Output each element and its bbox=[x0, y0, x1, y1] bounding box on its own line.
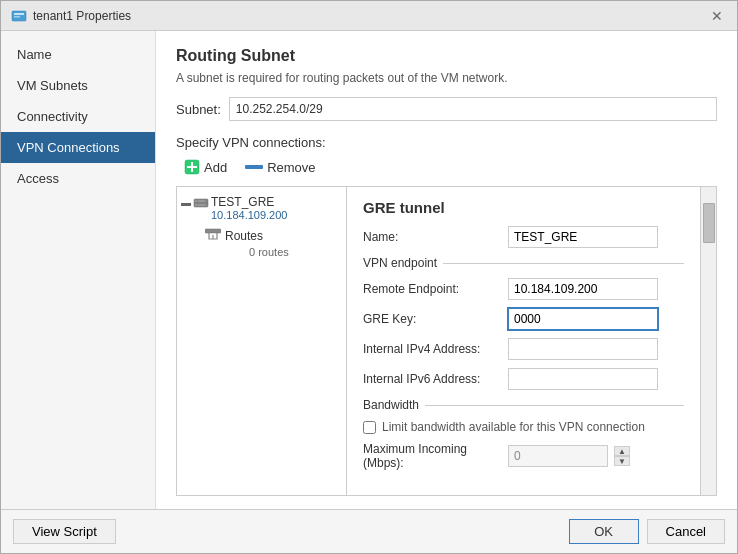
sidebar: Name VM Subnets Connectivity VPN Connect… bbox=[1, 31, 156, 509]
add-icon bbox=[184, 159, 200, 175]
view-script-button[interactable]: View Script bbox=[13, 519, 116, 544]
svg-point-9 bbox=[195, 200, 197, 202]
tree-node-info: TEST_GRE 10.184.109.200 bbox=[211, 195, 287, 221]
ok-button[interactable]: OK bbox=[569, 519, 639, 544]
section-title: Routing Subnet bbox=[176, 47, 717, 65]
remote-endpoint-label: Remote Endpoint: bbox=[363, 282, 508, 296]
gre-key-input[interactable] bbox=[508, 308, 658, 330]
remove-button[interactable]: Remove bbox=[237, 157, 323, 178]
internal-ipv4-row: Internal IPv4 Address: bbox=[363, 338, 684, 360]
name-row: Name: bbox=[363, 226, 684, 248]
svg-rect-5 bbox=[187, 166, 197, 168]
close-button[interactable]: ✕ bbox=[707, 6, 727, 26]
spinner-row: ▲ ▼ bbox=[508, 445, 630, 467]
spinner-up-button[interactable]: ▲ bbox=[614, 446, 630, 456]
content-area: Name VM Subnets Connectivity VPN Connect… bbox=[1, 31, 737, 509]
limit-bandwidth-checkbox[interactable] bbox=[363, 421, 376, 434]
max-incoming-row: Maximum Incoming (Mbps): ▲ ▼ bbox=[363, 442, 684, 470]
gre-key-row: GRE Key: bbox=[363, 308, 684, 330]
sidebar-item-access[interactable]: Access bbox=[1, 163, 155, 194]
tree-node-main: ▬ TEST_GRE bbox=[177, 191, 346, 225]
server-icon bbox=[193, 195, 209, 211]
routes-icon bbox=[205, 227, 221, 244]
name-label: Name: bbox=[363, 230, 508, 244]
bandwidth-label: Bandwidth bbox=[363, 398, 684, 412]
tree-panel: ▬ TEST_GRE bbox=[177, 187, 347, 495]
svg-rect-13 bbox=[205, 229, 221, 233]
svg-rect-11 bbox=[198, 201, 205, 202]
spinner-buttons: ▲ ▼ bbox=[614, 446, 630, 466]
max-incoming-input[interactable] bbox=[508, 445, 608, 467]
tree-node-ip: 10.184.109.200 bbox=[211, 209, 287, 221]
add-button[interactable]: Add bbox=[176, 156, 235, 178]
title-bar-left: tenant1 Properties bbox=[11, 8, 131, 24]
detail-panel: GRE tunnel Name: VPN endpoint Remote End… bbox=[347, 187, 700, 495]
title-bar: tenant1 Properties ✕ bbox=[1, 1, 737, 31]
remove-icon bbox=[245, 162, 263, 172]
internal-ipv6-label: Internal IPv6 Address: bbox=[363, 372, 508, 386]
collapse-button[interactable]: ▬ bbox=[181, 195, 191, 208]
remove-label: Remove bbox=[267, 160, 315, 175]
tree-child: Routes 0 routes bbox=[177, 225, 346, 258]
limit-bandwidth-label: Limit bandwidth available for this VPN c… bbox=[382, 420, 645, 434]
vpn-endpoint-label: VPN endpoint bbox=[363, 256, 684, 270]
cancel-button[interactable]: Cancel bbox=[647, 519, 725, 544]
tree-child-row[interactable]: Routes bbox=[205, 225, 346, 246]
footer: View Script OK Cancel bbox=[1, 509, 737, 553]
split-panel: ▬ TEST_GRE bbox=[176, 186, 717, 496]
svg-rect-1 bbox=[14, 13, 24, 15]
gre-key-label: GRE Key: bbox=[363, 312, 508, 326]
subnet-label: Subnet: bbox=[176, 102, 221, 117]
svg-rect-2 bbox=[14, 16, 20, 18]
add-label: Add bbox=[204, 160, 227, 175]
footer-right: OK Cancel bbox=[569, 519, 725, 544]
remote-endpoint-input[interactable] bbox=[508, 278, 658, 300]
svg-rect-6 bbox=[245, 165, 263, 169]
subnet-input[interactable] bbox=[229, 97, 717, 121]
toolbar: Add Remove bbox=[176, 156, 717, 178]
routes-count: 0 routes bbox=[205, 246, 346, 258]
sidebar-item-vm-subnets[interactable]: VM Subnets bbox=[1, 70, 155, 101]
subnet-row: Subnet: bbox=[176, 97, 717, 121]
internal-ipv4-label: Internal IPv4 Address: bbox=[363, 342, 508, 356]
vpn-endpoint-divider: VPN endpoint bbox=[363, 256, 684, 270]
tree-node-name: TEST_GRE bbox=[211, 195, 287, 209]
scrollbar[interactable] bbox=[700, 187, 716, 495]
max-incoming-label: Maximum Incoming (Mbps): bbox=[363, 442, 508, 470]
vpn-header: Specify VPN connections: bbox=[176, 135, 717, 150]
window-title: tenant1 Properties bbox=[33, 9, 131, 23]
window-icon bbox=[11, 8, 27, 24]
sidebar-item-connectivity[interactable]: Connectivity bbox=[1, 101, 155, 132]
scrollbar-thumb[interactable] bbox=[703, 203, 715, 243]
internal-ipv4-input[interactable] bbox=[508, 338, 658, 360]
internal-ipv6-input[interactable] bbox=[508, 368, 658, 390]
svg-rect-12 bbox=[198, 205, 205, 206]
section-desc: A subnet is required for routing packets… bbox=[176, 71, 717, 85]
main-panel: Routing Subnet A subnet is required for … bbox=[156, 31, 737, 509]
internal-ipv6-row: Internal IPv6 Address: bbox=[363, 368, 684, 390]
name-input[interactable] bbox=[508, 226, 658, 248]
limit-bandwidth-row: Limit bandwidth available for this VPN c… bbox=[363, 420, 684, 434]
properties-window: tenant1 Properties ✕ Name VM Subnets Con… bbox=[0, 0, 738, 554]
sidebar-item-name[interactable]: Name bbox=[1, 39, 155, 70]
bandwidth-divider: Bandwidth bbox=[363, 398, 684, 412]
remote-endpoint-row: Remote Endpoint: bbox=[363, 278, 684, 300]
spinner-down-button[interactable]: ▼ bbox=[614, 456, 630, 466]
routes-label: Routes bbox=[225, 229, 263, 243]
svg-point-10 bbox=[195, 204, 197, 206]
detail-title: GRE tunnel bbox=[363, 199, 684, 216]
sidebar-item-vpn-connections[interactable]: VPN Connections bbox=[1, 132, 155, 163]
